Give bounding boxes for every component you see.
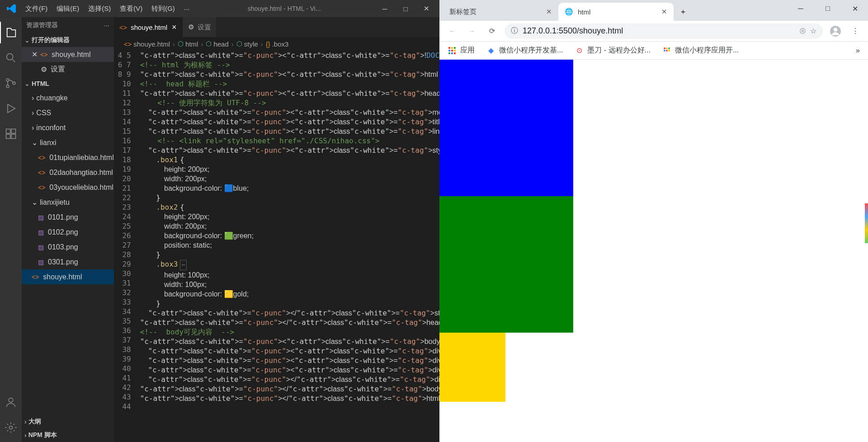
svg-rect-15	[454, 47, 456, 49]
chrome-window: ─ □ ✕ 新标签页✕ 🌐html✕ ＋ ← → ⟳ ⓘ ⦾ ☆ ⋮ 应用 ◆微…	[439, 0, 868, 442]
npm-section[interactable]: ›NPM 脚本	[22, 428, 114, 442]
editor-tab[interactable]: ⚙设置	[183, 17, 217, 37]
open-editor-item[interactable]: ⚙设置	[22, 62, 114, 77]
file-item[interactable]: ▨0103.png	[22, 240, 114, 254]
explorer-icon[interactable]	[0, 22, 22, 43]
bookmark-item[interactable]: 微信小程序应用开...	[658, 44, 743, 57]
close-button[interactable]: ✕	[842, 0, 868, 17]
image-file-icon: ▨	[38, 214, 44, 221]
close-icon[interactable]: ×	[172, 23, 177, 32]
minimize-button[interactable]: ─	[374, 0, 395, 17]
close-icon[interactable]: ✕	[661, 8, 667, 16]
back-button[interactable]: ←	[443, 22, 461, 40]
editor-tab[interactable]: <>shouye.html×	[114, 17, 183, 37]
svg-point-22	[664, 47, 665, 49]
folder-item[interactable]: ⌄lianxijietu	[22, 195, 114, 210]
open-editor-item[interactable]: ✕<>shouye.html	[22, 47, 114, 62]
file-item[interactable]: ▨0101.png	[22, 210, 114, 225]
bookmark-overflow[interactable]: »	[851, 45, 864, 56]
svg-rect-20	[451, 52, 453, 54]
close-button[interactable]: ✕	[416, 0, 437, 17]
bookmark-item[interactable]: ⊙墨刀 - 远程办公好...	[570, 44, 655, 57]
svg-point-12	[834, 28, 838, 32]
html-file-icon: <>	[38, 169, 45, 176]
symbol-icon: ⬡	[178, 40, 184, 48]
file-item[interactable]: ▨0102.png	[22, 225, 114, 240]
svg-point-2	[6, 85, 9, 88]
image-file-icon: ▨	[38, 259, 44, 266]
source-control-icon[interactable]	[0, 72, 22, 94]
workspace-section[interactable]: ⌄HTML	[22, 77, 114, 90]
toolbar: ← → ⟳ ⓘ ⦾ ☆ ⋮	[439, 21, 868, 42]
menu-go[interactable]: 转到(G)	[147, 0, 179, 17]
svg-point-9	[9, 426, 13, 429]
activity-bar	[0, 17, 22, 442]
file-item[interactable]: <>01tupianliebiao.html	[22, 150, 114, 165]
file-item[interactable]: <>02daohangtiao.html	[22, 165, 114, 180]
url-input[interactable]	[523, 26, 795, 36]
chrome-tab[interactable]: 🌐html✕	[558, 3, 674, 21]
search-icon[interactable]	[0, 47, 22, 69]
svg-rect-4	[6, 129, 10, 133]
grid-icon	[662, 46, 671, 55]
menu-file[interactable]: 文件(F)	[21, 0, 52, 17]
folder-item[interactable]: ›chuangke	[22, 90, 114, 105]
close-icon[interactable]: ✕	[546, 8, 552, 16]
folder-item[interactable]: ›inconfont	[22, 120, 114, 135]
open-editors-section[interactable]: ⌄打开的编辑器	[22, 33, 114, 47]
svg-rect-19	[448, 52, 450, 54]
svg-rect-17	[451, 50, 453, 52]
extensions-icon[interactable]	[0, 123, 22, 145]
file-item[interactable]: ▨0301.png	[22, 254, 114, 269]
sidebar-title: 资源管理器	[26, 21, 58, 29]
gear-icon: ⚙	[188, 23, 194, 31]
svg-point-27	[668, 50, 670, 52]
svg-rect-13	[448, 47, 450, 49]
image-file-icon: ▨	[38, 229, 44, 236]
minimize-button[interactable]: ─	[788, 0, 814, 17]
html-file-icon: <>	[124, 40, 132, 48]
settings-icon[interactable]	[0, 417, 22, 438]
line-numbers: 4 5 6 7 8 9 10 11 12 13 14 15 16 17 18 1…	[114, 51, 140, 442]
sidebar: 资源管理器 ··· ⌄打开的编辑器 ✕<>shouye.html ⚙设置 ⌄HT…	[22, 17, 114, 442]
forward-button[interactable]: →	[463, 22, 481, 40]
file-item[interactable]: <>03youceliebiao.html	[22, 180, 114, 195]
gear-icon: ⚙	[41, 65, 47, 74]
bookmark-item[interactable]: ◆微信小程序开发基...	[482, 44, 567, 57]
svg-point-1	[6, 79, 9, 81]
svg-rect-18	[454, 50, 456, 52]
star-icon[interactable]: ☆	[810, 27, 816, 35]
maximize-button[interactable]: □	[815, 0, 841, 17]
vscode-logo-icon	[6, 3, 17, 14]
window-title: shouye.html - HTML - Vi...	[194, 5, 374, 12]
menu-selection[interactable]: 选择(S)	[84, 0, 115, 17]
sidebar-more[interactable]: ···	[104, 22, 109, 29]
translate-icon[interactable]: ⦾	[800, 27, 806, 35]
file-item[interactable]: <>shouye.html	[22, 269, 114, 284]
info-icon[interactable]: ⓘ	[511, 26, 518, 36]
menu-icon[interactable]: ⋮	[846, 22, 864, 40]
profile-icon[interactable]	[826, 22, 844, 40]
close-icon[interactable]: ✕	[32, 50, 38, 59]
maximize-button[interactable]: □	[395, 0, 416, 17]
reload-button[interactable]: ⟳	[483, 22, 501, 40]
bookmark-item[interactable]: 应用	[443, 44, 479, 57]
menu-edit[interactable]: 编辑(E)	[52, 0, 84, 17]
globe-icon: 🌐	[565, 8, 573, 16]
menu-view[interactable]: 查看(V)	[115, 0, 147, 17]
html-file-icon: <>	[38, 154, 45, 161]
chrome-tab[interactable]: 新标签页✕	[443, 3, 558, 21]
decoration	[865, 203, 868, 243]
titlebar: 文件(F) 编辑(E) 选择(S) 查看(V) 转到(G) ··· shouye…	[0, 0, 439, 17]
svg-point-24	[668, 47, 670, 49]
debug-icon[interactable]	[0, 98, 22, 119]
new-tab-button[interactable]: ＋	[676, 5, 690, 19]
folder-item[interactable]: ⌄lianxi	[22, 135, 114, 150]
address-bar[interactable]: ⓘ ⦾ ☆	[505, 24, 823, 39]
svg-rect-5	[6, 134, 10, 138]
menu-more[interactable]: ···	[179, 5, 194, 13]
folder-item[interactable]: ›CSS	[22, 105, 114, 120]
outline-section[interactable]: ›大纲	[22, 415, 114, 428]
account-icon[interactable]	[0, 391, 22, 413]
html-file-icon: <>	[38, 184, 45, 191]
